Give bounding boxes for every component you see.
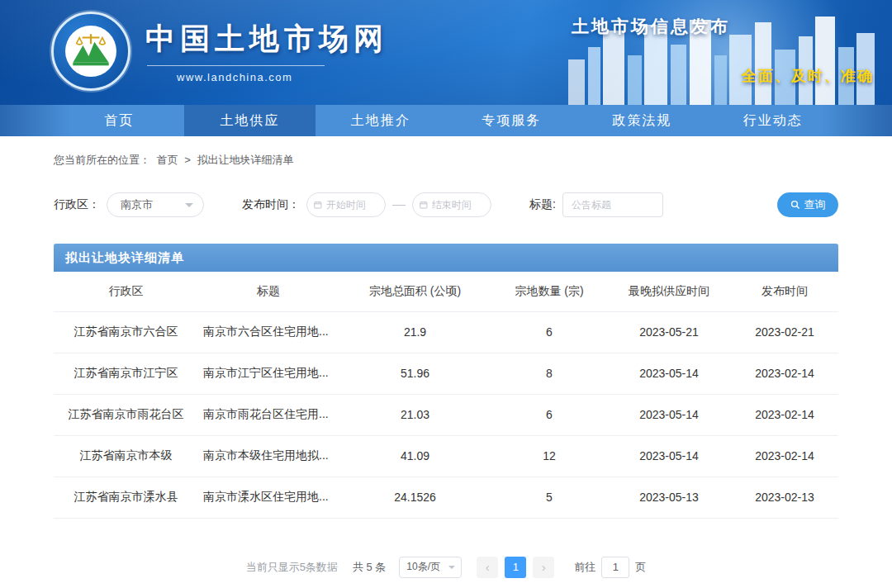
nav-bar-items: 首页土地供应土地推介专项服务政策法规行业动态 — [54, 105, 838, 136]
title-divider — [147, 65, 325, 66]
table-cell: 江苏省南京市本级 — [54, 435, 198, 477]
table-cell: 江苏省南京市江宁区 — [54, 353, 198, 394]
table-row[interactable]: 江苏省南京市溧水县南京市溧水区住宅用地...24.152652023-05-13… — [54, 477, 838, 518]
logo-emblem-icon — [65, 26, 116, 77]
chevron-down-icon — [448, 566, 455, 572]
table-cell: 8 — [491, 353, 607, 394]
banner-title: 土地市场信息发布 — [572, 15, 730, 38]
query-button-label: 查询 — [804, 197, 826, 212]
table-cell: 2023-02-21 — [731, 311, 838, 353]
result-table: 行政区标题宗地总面积 (公顷)宗地数量 (宗)最晚拟供应时间发布时间 江苏省南京… — [54, 272, 838, 519]
start-date-field[interactable] — [306, 192, 386, 217]
table-cell: 2023-05-21 — [607, 311, 731, 353]
table-column-header: 标题 — [198, 272, 339, 311]
table-column-header: 行政区 — [54, 272, 198, 311]
table-header-row: 行政区标题宗地总面积 (公顷)宗地数量 (宗)最晚拟供应时间发布时间 — [54, 272, 838, 311]
prev-page-button[interactable] — [477, 557, 498, 578]
site-brand: 中国土地市场网 www.landchina.com — [51, 12, 388, 91]
breadcrumb-current: 拟出让地块详细清单 — [197, 154, 293, 166]
table-cell: 2023-05-14 — [607, 353, 731, 394]
filter-bar: 行政区： 南京市 发布时间： 标题: 查询 — [54, 192, 838, 217]
table-cell: 2023-02-14 — [731, 394, 838, 435]
table-cell: 南京市雨花台区住宅用... — [198, 394, 339, 435]
nav-item-3[interactable]: 土地推介 — [316, 105, 446, 136]
table-cell: 21.9 — [339, 311, 491, 353]
nav-item-5[interactable]: 政策法规 — [576, 105, 707, 136]
table-cell: 江苏省南京市六合区 — [54, 311, 198, 353]
date-range-separator — [392, 205, 406, 206]
breadcrumb-prefix: 您当前所在的位置： — [54, 154, 150, 166]
main-nav: 首页土地供应土地推介专项服务政策法规行业动态 — [0, 105, 892, 136]
calendar-icon — [420, 200, 428, 210]
table-cell: 6 — [491, 311, 607, 353]
table-cell: 南京市江宁区住宅用地... — [198, 353, 339, 394]
table-cell: 6 — [491, 394, 607, 435]
end-date-field[interactable] — [412, 192, 491, 217]
pagination-total: 共 5 条 — [353, 560, 386, 575]
table-cell: 2023-05-14 — [607, 394, 731, 435]
table-cell: 南京市本级住宅用地拟... — [198, 435, 339, 477]
table-cell: 2023-05-13 — [607, 477, 731, 518]
region-select[interactable]: 南京市 — [107, 192, 204, 217]
table-cell: 江苏省南京市溧水县 — [54, 477, 198, 518]
nav-item-2[interactable]: 土地供应 — [184, 105, 315, 136]
pagination-notice: 当前只显示5条数据 — [246, 560, 338, 575]
table-cell: 21.03 — [339, 394, 491, 435]
calendar-icon — [314, 200, 322, 210]
title-search-field[interactable] — [562, 192, 663, 217]
table-cell: 2023-02-14 — [731, 435, 838, 477]
search-icon — [790, 200, 800, 210]
page-size-select[interactable]: 10条/页 — [399, 557, 462, 578]
date-filter-label: 发布时间： — [242, 197, 300, 212]
table-row[interactable]: 江苏省南京市六合区南京市六合区住宅用地...21.962023-05-21202… — [54, 311, 838, 353]
result-panel: 拟出让地块详细清单 行政区标题宗地总面积 (公顷)宗地数量 (宗)最晚拟供应时间… — [54, 244, 838, 519]
goto-suffix-label: 页 — [635, 560, 646, 575]
table-cell: 24.1526 — [339, 477, 491, 518]
title-search-input[interactable] — [572, 199, 654, 211]
nav-item-6[interactable]: 行业动态 — [708, 105, 838, 136]
table-column-header: 发布时间 — [731, 272, 838, 311]
banner-subtitle: 全面、及时、准确 — [742, 66, 874, 86]
query-button[interactable]: 查询 — [777, 192, 838, 217]
table-cell: 南京市六合区住宅用地... — [198, 311, 339, 353]
table-cell: 江苏省南京市雨花台区 — [54, 394, 198, 435]
table-cell: 南京市溧水区住宅用地... — [198, 477, 339, 518]
table-column-header: 最晚拟供应时间 — [607, 272, 731, 311]
end-date-input[interactable] — [432, 199, 484, 211]
table-cell: 2023-05-14 — [607, 435, 731, 477]
nav-item-1[interactable]: 首页 — [54, 105, 184, 136]
site-url: www.landchina.com — [145, 71, 388, 83]
goto-page-input[interactable] — [601, 557, 629, 578]
table-column-header: 宗地总面积 (公顷) — [339, 272, 491, 311]
brand-text: 中国土地市场网 www.landchina.com — [145, 19, 388, 83]
table-row[interactable]: 江苏省南京市本级南京市本级住宅用地拟...41.09122023-05-1420… — [54, 435, 838, 477]
table-column-header: 宗地数量 (宗) — [491, 272, 607, 311]
next-page-button[interactable] — [533, 557, 554, 578]
table-cell: 2023-02-14 — [731, 353, 838, 394]
table-cell: 5 — [491, 477, 607, 518]
title-filter-label: 标题: — [529, 197, 556, 212]
page-number-button[interactable]: 1 — [505, 557, 526, 578]
start-date-input[interactable] — [326, 199, 378, 211]
site-header: 中国土地市场网 www.landchina.com 土地市场信息发布 全面、及时… — [0, 0, 892, 105]
header-banner: 土地市场信息发布 全面、及时、准确 — [562, 0, 892, 105]
table-cell: 41.09 — [339, 435, 491, 477]
table-cell: 12 — [491, 435, 607, 477]
region-select-value: 南京市 — [121, 197, 153, 212]
breadcrumb: 您当前所在的位置： 首页 > 拟出让地块详细清单 — [54, 136, 838, 168]
table-row[interactable]: 江苏省南京市雨花台区南京市雨花台区住宅用...21.0362023-05-142… — [54, 394, 838, 435]
goto-prefix-label: 前往 — [574, 560, 595, 575]
goto-page-control: 前往 页 — [574, 557, 646, 578]
table-cell: 51.96 — [339, 353, 491, 394]
site-logo[interactable] — [51, 12, 130, 91]
pagination: 当前只显示5条数据 共 5 条 10条/页 1 前往 页 — [54, 557, 838, 578]
nav-item-4[interactable]: 专项服务 — [446, 105, 576, 136]
site-title: 中国土地市场网 — [145, 19, 388, 59]
table-cell: 2023-02-13 — [731, 477, 838, 518]
page-size-value: 10条/页 — [406, 560, 440, 574]
table-row[interactable]: 江苏省南京市江宁区南京市江宁区住宅用地...51.9682023-05-1420… — [54, 353, 838, 394]
breadcrumb-separator: > — [184, 154, 191, 166]
region-filter-label: 行政区： — [54, 197, 100, 212]
panel-title: 拟出让地块详细清单 — [54, 244, 838, 272]
breadcrumb-home-link[interactable]: 首页 — [157, 154, 178, 166]
